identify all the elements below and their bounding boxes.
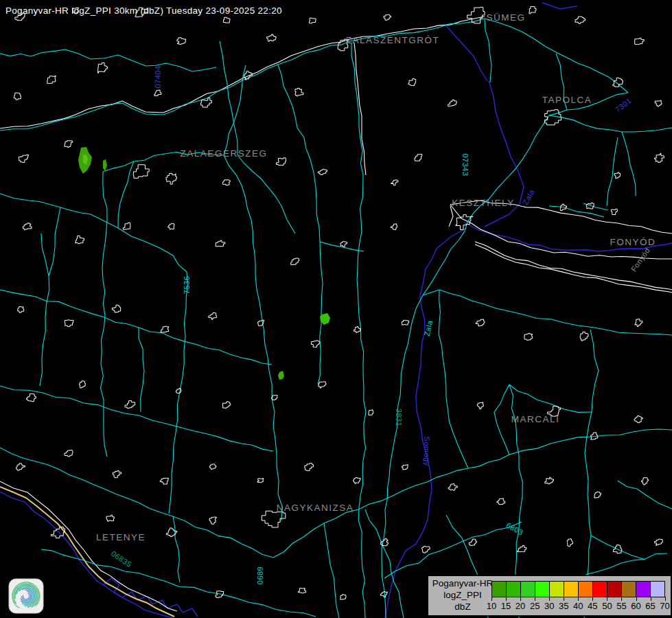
map-line — [278, 65, 295, 117]
map-line — [223, 17, 230, 23]
map-line — [291, 258, 299, 265]
map-line — [139, 328, 144, 412]
map-line — [277, 158, 286, 165]
map-line — [340, 595, 347, 599]
map-line — [310, 18, 316, 23]
map-line — [549, 115, 672, 132]
map-line — [365, 510, 404, 618]
map-line — [257, 478, 264, 483]
map-line — [542, 3, 577, 9]
map-line — [607, 137, 618, 206]
city-label-tapolca: TAPOLCA — [542, 95, 592, 105]
map-line — [415, 154, 422, 161]
map-line — [224, 155, 255, 275]
map-line — [518, 545, 526, 551]
map-line — [80, 381, 86, 388]
radar-echo — [278, 371, 284, 380]
map-line — [101, 172, 108, 457]
map-line — [494, 385, 509, 455]
map-line — [477, 402, 483, 409]
map-line — [485, 19, 491, 82]
map-line — [402, 320, 409, 325]
map-line — [423, 290, 439, 295]
map-line — [642, 478, 649, 485]
road-label-07343: 07343 — [461, 153, 470, 176]
map-line — [168, 224, 174, 229]
map-line — [169, 272, 187, 514]
map-line — [614, 172, 621, 179]
map-line — [209, 313, 217, 320]
map-line — [0, 194, 187, 272]
road-label-7536: 7536 — [183, 276, 191, 294]
map-line — [445, 24, 487, 81]
map-line — [272, 396, 277, 400]
map-line — [391, 180, 398, 185]
radar-screen: Poganyvar-HR logZ_PPI 30km (dbZ) Tuesday… — [0, 0, 672, 618]
map-line — [354, 43, 366, 175]
map-line — [529, 7, 536, 14]
road-label-3831: 3831 — [395, 409, 403, 426]
map-line — [47, 76, 56, 83]
map-line — [449, 206, 453, 227]
city-label-letenye: LETENYE — [96, 532, 146, 542]
map-line — [176, 388, 181, 393]
map-line — [340, 242, 347, 247]
map-line — [118, 161, 134, 228]
map-line — [594, 492, 601, 498]
map-line — [545, 477, 554, 484]
map-line — [524, 333, 533, 340]
map-line — [0, 290, 272, 365]
map-line — [369, 410, 373, 415]
county-label-somogy: Somogy — [423, 436, 431, 466]
map-line — [439, 290, 468, 468]
city-label-marcali: MARCALI — [511, 414, 560, 424]
map-line — [220, 41, 237, 155]
colorbar-cell — [651, 582, 664, 597]
map-line — [23, 223, 32, 230]
map-line — [112, 305, 120, 312]
map-line — [103, 578, 198, 617]
colorbar-cell — [507, 582, 521, 597]
map-line — [612, 209, 618, 214]
map-line — [384, 522, 522, 578]
map-line — [19, 154, 28, 162]
map-line — [216, 591, 224, 598]
map-line — [160, 478, 168, 484]
map-line — [354, 327, 360, 333]
map-line — [391, 224, 397, 230]
map-line — [402, 465, 408, 470]
map-line — [385, 295, 423, 510]
map-line — [380, 538, 388, 546]
map-line — [216, 240, 225, 247]
city-label-sumeg: SÜMEG — [486, 12, 525, 23]
map-line — [567, 539, 572, 547]
map-line — [125, 401, 135, 409]
map-line — [223, 180, 231, 185]
colorbar-tick-label: 70 — [657, 601, 672, 611]
city-label-zalaszentgrot: ZALASZENTGRÓT — [346, 35, 440, 45]
map-line — [509, 385, 592, 412]
map-line — [267, 34, 277, 41]
colorbar-cell — [622, 582, 636, 597]
map-line — [49, 207, 60, 276]
radar-echo — [103, 159, 107, 171]
map-line — [384, 14, 391, 20]
map-line — [209, 464, 216, 470]
map-line — [382, 510, 386, 618]
map-line — [448, 100, 456, 106]
map-line — [224, 65, 246, 155]
map-line — [40, 233, 49, 386]
map-line — [422, 547, 430, 553]
city-label-zalaegerszeg: ZALAEGERSZEG — [181, 148, 268, 159]
colorbar-cell — [593, 582, 607, 597]
map-line — [163, 39, 350, 113]
map-line — [65, 141, 73, 148]
map-line — [485, 19, 628, 93]
map-line — [655, 539, 663, 545]
map-line — [18, 307, 24, 313]
map-line — [255, 275, 282, 520]
map-line — [622, 132, 636, 196]
map-line — [448, 484, 457, 491]
map-line — [123, 223, 130, 230]
colorbar-cell — [492, 582, 507, 597]
